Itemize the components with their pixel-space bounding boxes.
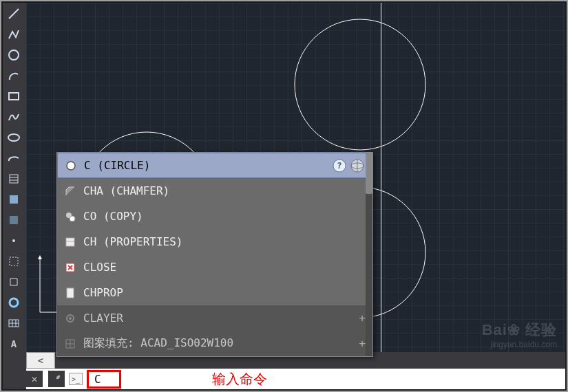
svg-rect-8 [10, 216, 18, 224]
tool-spline[interactable] [4, 107, 23, 127]
close-command-icon[interactable]: ✕ [26, 371, 43, 387]
tool-table[interactable] [4, 314, 23, 333]
autocomplete-label: CO (COPY) [83, 210, 143, 223]
tool-donut[interactable] [4, 293, 23, 312]
svg-line-0 [9, 9, 19, 19]
svg-rect-7 [10, 195, 18, 204]
autocomplete-item-close[interactable]: CLOSE [57, 254, 372, 280]
autocomplete-label: 图案填充: ACAD_ISO02W100 [83, 336, 233, 351]
tool-text[interactable]: A [4, 334, 23, 353]
circle-icon [65, 160, 77, 172]
autocomplete-label: CHPROP [83, 286, 123, 299]
svg-point-19 [67, 162, 75, 170]
close-icon [64, 261, 76, 274]
autocomplete-item-circle[interactable]: C (CIRCLE) ? [57, 153, 372, 178]
tool-gradient[interactable] [4, 190, 23, 209]
svg-text:?: ? [337, 160, 342, 171]
svg-rect-2 [9, 93, 19, 100]
tool-point[interactable] [4, 231, 23, 250]
command-autocomplete: C (CIRCLE) ? CHA (CHAMFER) CO (COPY) CH … [56, 152, 373, 357]
svg-rect-4 [10, 175, 18, 183]
chamfer-icon [64, 185, 76, 197]
tool-line[interactable] [4, 4, 23, 23]
settings-icon[interactable] [48, 371, 65, 387]
autocomplete-label: CHA (CHAMFER) [83, 184, 169, 197]
autocomplete-label: C (CIRCLE) [84, 159, 150, 172]
autocomplete-label: CLOSE [83, 261, 116, 274]
prompt-icon: >_ [69, 373, 83, 385]
tool-rect[interactable] [4, 87, 23, 106]
svg-point-3 [8, 134, 19, 141]
svg-point-16 [295, 19, 425, 150]
autocomplete-label: CLAYER [83, 312, 123, 325]
autocomplete-item-chamfer[interactable]: CHA (CHAMFER) [57, 178, 372, 204]
autocomplete-label: CH (PROPERTIES) [83, 235, 183, 248]
plus-icon: + [359, 312, 366, 325]
svg-point-34 [69, 317, 72, 320]
command-input[interactable]: C [87, 370, 121, 389]
tool-polyline[interactable] [4, 25, 23, 44]
autocomplete-item-copy[interactable]: CO (COPY) [57, 204, 372, 229]
tool-circle[interactable] [4, 45, 23, 65]
svg-rect-32 [67, 288, 74, 298]
tool-arc[interactable] [4, 66, 23, 85]
scroll-left-button[interactable]: < [26, 352, 55, 369]
svg-rect-27 [66, 238, 74, 246]
svg-point-26 [70, 216, 75, 221]
pattern-icon [64, 338, 76, 350]
draw-toolbar: A [3, 3, 26, 389]
command-hint: 输入命令 [212, 370, 267, 389]
globe-icon[interactable] [350, 158, 365, 173]
command-bar: < ✕ >_ C 输入命令 [26, 352, 565, 389]
watermark: Bai❀ 经验 jingyan.baidu.com [482, 320, 557, 351]
autocomplete-scrollbar[interactable] [366, 153, 372, 356]
tool-boundary[interactable] [4, 252, 23, 271]
svg-point-11 [10, 298, 18, 307]
autocomplete-footer-hatch[interactable]: 图案填充: ACAD_ISO02W100 + [57, 331, 372, 356]
autocomplete-item-chprop[interactable]: CHPROP [57, 280, 372, 305]
help-icon[interactable]: ? [332, 158, 347, 173]
gear-icon [64, 312, 76, 325]
copy-icon [64, 210, 76, 223]
tool-hatch[interactable] [4, 169, 23, 188]
crosshair-vertical [381, 3, 381, 352]
svg-rect-10 [10, 257, 18, 265]
autocomplete-footer-clayer[interactable]: CLAYER + [57, 305, 372, 331]
tool-region[interactable] [4, 210, 23, 230]
svg-point-9 [12, 239, 15, 242]
properties-icon [64, 236, 76, 248]
doc-icon [64, 287, 76, 299]
autocomplete-item-properties[interactable]: CH (PROPERTIES) [57, 229, 372, 254]
svg-point-1 [9, 50, 19, 60]
tool-revision[interactable] [4, 272, 23, 292]
plus-icon: + [359, 337, 366, 350]
tool-ellipse[interactable] [4, 128, 23, 147]
tool-ellipse-arc[interactable] [4, 149, 23, 168]
